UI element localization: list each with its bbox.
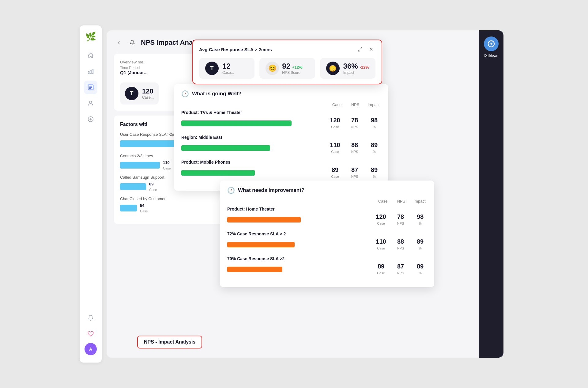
- going-well-row: Region: Middle East 110 Case 88 NPS 89 %: [181, 135, 381, 154]
- improvement-row-title: Product: Home Theater: [227, 207, 427, 211]
- nps-value: 92: [282, 62, 290, 70]
- imp-col-nps: NPS: [395, 199, 407, 204]
- impact-change: -12%: [360, 65, 369, 70]
- overview-metric-value: 120: [142, 87, 154, 95]
- improvement-row-title: 70% Case Response SLA >2: [227, 256, 427, 261]
- improvement-row-title: 72% Case Response SLA > 2: [227, 231, 427, 236]
- svg-rect-1: [90, 70, 91, 74]
- green-bar: [181, 170, 255, 176]
- drilldown-label: Drilldown: [484, 54, 498, 57]
- panel-row-title: Region: Middle East: [181, 135, 381, 140]
- overview-metric-icon: T: [125, 87, 138, 100]
- sidebar-bottom: A: [84, 311, 97, 358]
- logo-icon: 🌿: [85, 32, 96, 42]
- popup-metrics: T 12 Case... 😊 92: [199, 58, 375, 79]
- gw-col-case: Case: [331, 102, 343, 107]
- improvement-header: 🕐 What needs improvement?: [227, 187, 427, 194]
- nps-smiley-icon: 😊: [266, 62, 279, 75]
- svg-rect-2: [92, 69, 93, 74]
- improvement-title: What needs improvement?: [238, 187, 304, 193]
- imp-col-impact: Impact: [413, 199, 426, 204]
- improvement-row: 72% Case Response SLA > 2 110 Case 88 NP…: [227, 231, 427, 251]
- orange-bar: [227, 267, 282, 272]
- panel-row-title: Product: Mobile Phones: [181, 160, 381, 165]
- cases-label: Case...: [222, 70, 234, 75]
- time-period-label: Time Period: [120, 66, 148, 70]
- time-period-value: Q1 (Januar...: [120, 70, 148, 75]
- sidebar-item-users[interactable]: [84, 97, 97, 110]
- gw-col-impact: Impact: [368, 102, 380, 107]
- factor-bar: [120, 205, 137, 211]
- improvement-row: 70% Case Response SLA >2 89 Case 87 NPS …: [227, 256, 427, 276]
- svg-rect-0: [88, 71, 89, 74]
- factor-unit: Case: [140, 209, 148, 213]
- sidebar-item-home[interactable]: [84, 49, 97, 62]
- sidebar-bell[interactable]: [84, 311, 97, 325]
- svg-line-12: [358, 50, 360, 51]
- cases-value: 12: [222, 62, 231, 70]
- sidebar-item-list[interactable]: [84, 81, 97, 94]
- popup-header: Avg Case Response SLA > 2mins: [199, 45, 375, 54]
- impact-sad-icon: 😞: [326, 62, 340, 75]
- going-well-icon: 🕐: [181, 90, 189, 97]
- popup-metric-nps: 😊 92 +12% NPS Score: [259, 58, 315, 79]
- going-well-header: 🕐 What is going Well?: [181, 90, 381, 97]
- factor-count: 54: [140, 203, 144, 208]
- bottom-tab-label: NPS - Impact Analysis: [144, 339, 195, 344]
- expand-button[interactable]: [356, 45, 364, 54]
- user-avatar[interactable]: A: [85, 343, 97, 355]
- improvement-panel: 🕐 What needs improvement? Case NPS Impac…: [220, 181, 434, 287]
- popup-title: Avg Case Response SLA > 2mins: [199, 47, 272, 52]
- sidebar-logo: 🌿: [85, 30, 97, 43]
- factor-count: 110: [163, 160, 170, 165]
- impact-value: 36%: [343, 62, 358, 70]
- going-well-rows: Product: TVs & Home Theater 120 Case 78 …: [181, 110, 381, 179]
- back-button[interactable]: [114, 38, 124, 48]
- going-well-panel: 🕐 What is going Well? Case NPS Impact Pr…: [174, 84, 388, 191]
- imp-col-case: Case: [377, 199, 389, 204]
- drilldown-panel: Drilldown: [479, 30, 503, 358]
- nps-change: +12%: [292, 65, 303, 70]
- sidebar-item-charts[interactable]: [84, 65, 97, 78]
- drilldown-icon[interactable]: [484, 36, 499, 51]
- sidebar-heart[interactable]: [84, 327, 97, 340]
- going-well-row: Product: TVs & Home Theater 120 Case 78 …: [181, 110, 381, 129]
- factor-bar: [120, 162, 160, 169]
- nps-label: NPS Score: [282, 70, 302, 75]
- sla-popup: Avg Case Response SLA > 2mins: [192, 40, 382, 84]
- improvement-rows: Product: Home Theater 120 Case 78 NPS 98…: [227, 207, 427, 276]
- improvement-row: Product: Home Theater 120 Case 78 NPS 98…: [227, 207, 427, 226]
- sidebar-item-add[interactable]: [84, 112, 97, 126]
- improvement-icon: 🕐: [227, 187, 235, 194]
- bottom-tab[interactable]: NPS - Impact Analysis: [137, 336, 202, 348]
- close-button[interactable]: [367, 45, 375, 54]
- sidebar: 🌿: [80, 25, 102, 363]
- factor-bar: [120, 140, 175, 147]
- svg-line-11: [360, 48, 362, 49]
- overview-metric-sub: Case...: [142, 95, 154, 100]
- header-bell-button[interactable]: [127, 38, 137, 48]
- overview-metric-card: T 120 Case...: [120, 82, 159, 105]
- cases-icon: T: [205, 62, 219, 75]
- going-well-row: Product: Mobile Phones 89 Case 87 NPS 89…: [181, 160, 381, 179]
- going-well-title: What is going Well?: [192, 91, 241, 97]
- green-bar: [181, 145, 270, 151]
- popup-metric-impact: 😞 36% -12% Impact: [320, 58, 375, 79]
- factor-count: 89: [149, 182, 153, 186]
- orange-bar: [227, 242, 295, 247]
- factor-unit: Case: [163, 166, 171, 170]
- svg-point-7: [89, 101, 92, 103]
- panel-row-title: Product: TVs & Home Theater: [181, 110, 381, 115]
- factor-unit: Case: [149, 188, 157, 192]
- main-content: NPS Impact Analysis C Overview me... Tim…: [102, 25, 508, 363]
- green-bar: [181, 120, 292, 126]
- gw-col-nps: NPS: [349, 102, 361, 107]
- factor-bar: [120, 183, 146, 190]
- popup-metric-cases: T 12 Case...: [199, 58, 254, 79]
- impact-label: Impact: [343, 70, 369, 75]
- background-card: NPS Impact Analysis C Overview me... Tim…: [107, 30, 503, 358]
- orange-bar: [227, 217, 301, 223]
- popup-actions: [356, 45, 375, 54]
